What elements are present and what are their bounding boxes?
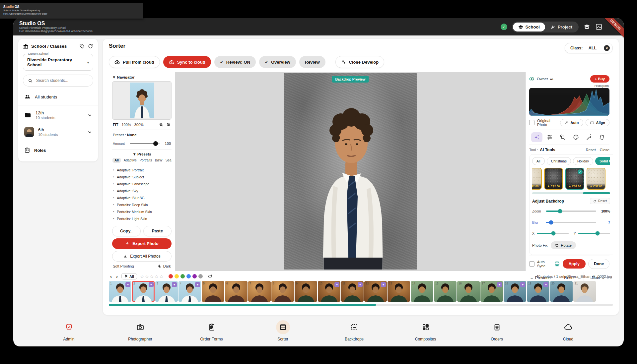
film-thumb[interactable]: 14 [411,281,433,302]
preset-tab[interactable]: B&W [155,158,163,162]
preset-tab[interactable]: Portraits [140,158,152,162]
nav-sorter[interactable]: Sorter [265,320,301,341]
refresh-icon[interactable] [88,43,93,49]
align-button[interactable]: Align [586,119,610,126]
printer-icon[interactable] [554,261,560,267]
backdrop-category-chip[interactable]: Christmas [547,157,571,165]
backdrop-thumbnail[interactable]: ★ C$2.00 [587,168,605,190]
search-input[interactable] [36,78,86,83]
film-thumb[interactable]: 15 [434,281,457,302]
school-mode-button[interactable]: School [513,23,545,31]
film-thumb[interactable]: 2✦ [132,281,155,302]
student-search[interactable] [23,75,93,87]
class-filter-chip[interactable]: Class: __ALL__ × [565,43,613,53]
zoom-out-icon[interactable] [166,122,171,127]
flag-filter-chip[interactable]: ⚑ All [121,273,137,279]
nav-photographer[interactable]: Photographer [122,320,159,341]
color-label-dot[interactable] [175,274,179,278]
nav-admin[interactable]: Admin [51,320,87,341]
tab-ai-tools[interactable] [531,132,542,142]
original-photo-checkbox[interactable] [529,120,534,125]
backdrop-thumbnail[interactable]: ★ C$2.00 [544,168,563,190]
close-icon[interactable]: × [604,45,610,51]
backdrop-thumbnail[interactable]: ★ C$2.00 [532,168,542,190]
film-thumb[interactable]: 8 [271,281,294,302]
export-all-photos-button[interactable]: Export All Photos [112,251,172,262]
sidebar-class-12th[interactable]: 12th 10 students [23,107,93,123]
color-label-dot[interactable] [192,274,197,278]
overview-button[interactable]: ✓ Overview [259,56,296,68]
filmstrip-scrollbar[interactable] [109,304,613,306]
sidebar-item-all-students[interactable]: All students [23,90,93,104]
backdrop-category-chip[interactable]: Holiday [573,157,593,165]
color-label-dot[interactable] [180,274,185,278]
tab-color-palette[interactable] [570,132,582,142]
film-thumb[interactable]: 16 [457,281,480,302]
backdrop-category-chip[interactable]: All [532,157,545,165]
schools-icon[interactable] [583,23,591,30]
rotate-button[interactable]: Rotate [551,241,576,249]
backdrop-scrollbar[interactable] [532,192,610,194]
review-button[interactable]: Review [299,56,325,68]
done-button[interactable]: Done [588,259,609,269]
amount-slider[interactable] [130,143,160,144]
tool-close-button[interactable]: Close [600,148,609,152]
presets-title[interactable]: ▼ Presets [112,150,172,158]
nav-composites[interactable]: Composites [407,320,444,341]
film-prev-icon[interactable]: ‹ [109,273,112,279]
preset-item[interactable]: ‣Adaptive: Portrait [113,166,171,173]
color-label-dot[interactable] [198,274,203,278]
adjust-reset-button[interactable]: Reset [590,198,610,204]
tab-adjustments[interactable] [544,132,555,142]
sync-to-cloud-button[interactable]: Sync to cloud [163,56,211,68]
preset-item[interactable]: ‣Adaptive: Blur BG [113,194,171,201]
auto-sync-checkbox[interactable] [529,261,534,267]
backdrop-y-slider[interactable] [578,233,610,234]
color-label-dot[interactable] [169,274,173,278]
preset-tab[interactable]: Seaso [166,158,172,162]
film-thumb[interactable]: 12✦ [364,281,387,302]
preset-item[interactable]: ‣Portraits: Medium Skin [113,208,171,215]
film-thumb[interactable]: 13 [388,281,410,302]
zoom-100-button[interactable]: 100% [122,123,131,127]
film-thumb[interactable]: 11✦ [341,281,364,302]
film-thumb[interactable]: 10✦ [318,281,340,302]
photos-icon[interactable] [595,23,602,30]
tab-effects-wand[interactable] [583,132,595,142]
film-thumb[interactable]: 4✦ [178,281,201,302]
color-label-dot[interactable] [186,274,191,278]
tab-crop-rotate[interactable] [557,132,568,142]
zoom-300-button[interactable]: 300% [134,123,144,127]
sidebar-item-roles[interactable]: Roles [23,144,93,157]
paste-settings-button[interactable]: Paste [143,226,172,236]
film-thumb[interactable]: 7 [248,281,271,302]
soft-proofing-label[interactable]: Soft Proofing [113,264,134,268]
tool-reset-button[interactable]: Reset [586,148,596,152]
nav-orders[interactable]: Orders [479,320,515,341]
backdrop-category-chip[interactable]: Solid Co [595,157,610,165]
film-thumb[interactable]: 21 [573,281,596,302]
pull-from-cloud-button[interactable]: Pull from cloud [109,56,160,68]
tag-icon[interactable] [79,43,85,49]
backdrop-x-slider[interactable] [537,233,569,234]
preset-item[interactable]: ‣Adaptive: Landscape [113,180,171,187]
review-toggle-button[interactable]: ✓ Review: ON [214,56,256,68]
fit-button[interactable]: FIT [113,123,118,127]
preset-item[interactable]: ‣Adaptive: Subject [113,173,171,180]
preset-item[interactable]: ‣Portraits: Group [113,222,171,223]
backdrop-blur-slider[interactable] [546,222,596,223]
backdrop-zoom-slider[interactable] [546,211,596,212]
preset-tab[interactable]: Adaptive [124,158,137,162]
navigator-title[interactable]: ▼ Navigator [112,75,172,79]
tab-tilt-card[interactable] [596,132,607,142]
preset-item[interactable]: ‣Portraits: Deep Skin [113,201,171,208]
film-next-icon[interactable]: › [115,273,118,279]
nav-cloud[interactable]: Cloud [550,320,587,341]
refresh-icon[interactable] [208,274,212,279]
project-mode-button[interactable]: Project [545,23,578,31]
preset-item[interactable]: ‣Adaptive: Sky [113,187,171,194]
film-thumb[interactable]: 6 [225,281,248,302]
export-photo-button[interactable]: Export Photo [112,238,172,249]
nav-order-forms[interactable]: Order Forms [193,320,230,341]
navigator-preview[interactable] [112,81,172,120]
